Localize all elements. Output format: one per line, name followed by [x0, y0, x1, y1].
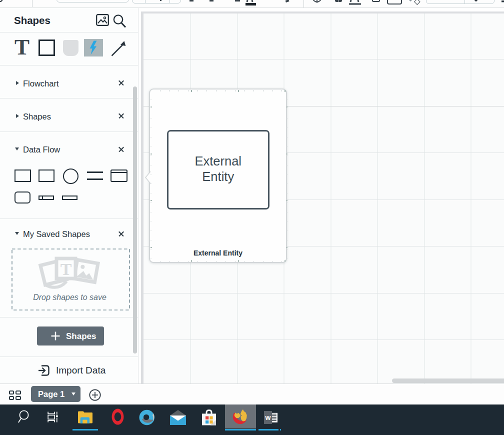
svg-text:w: w	[265, 414, 271, 422]
svg-text:T: T	[60, 260, 72, 278]
